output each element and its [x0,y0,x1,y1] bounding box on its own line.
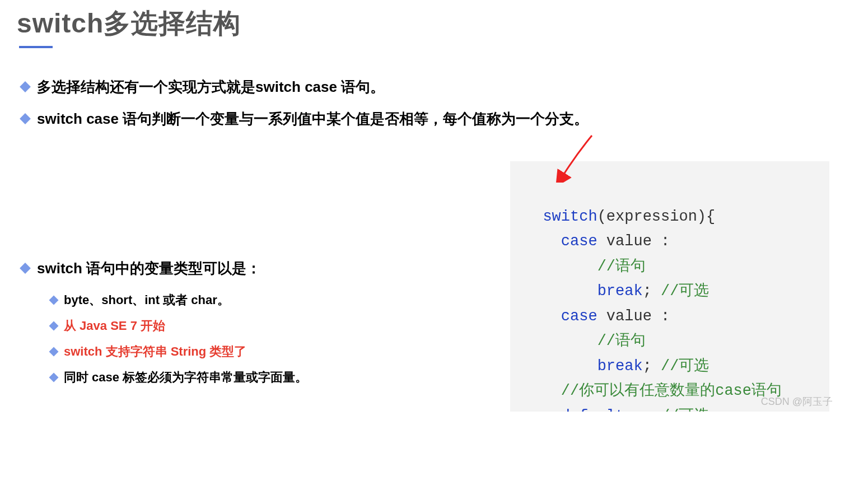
diamond-icon [49,347,59,357]
page-title: switch多选择结构 [17,6,828,41]
sub-bullet-text: 同时 case 标签必须为字符串常量或字面量。 [64,369,307,386]
code-text: value : [597,233,670,250]
code-kw: default [561,408,624,412]
bullet-item-3: switch 语句中的变量类型可以是： [17,258,476,279]
code-kw: case [561,233,597,250]
sub-list: byte、short、int 或者 char。 从 Java SE 7 开始 s… [17,292,476,386]
code-snippet: switch(expression){ case value : //语句 br… [510,161,829,412]
diamond-icon [20,81,31,92]
watermark: CSDN @阿玉子 [761,395,833,408]
bullet-text: switch 语句中的变量类型可以是： [37,258,261,279]
code-comment: //可选 [652,283,709,300]
diamond-icon [49,373,59,382]
bullet-item-2: switch case 语句判断一个变量与一系列值中某个值是否相等，每个值称为一… [17,108,828,130]
diamond-icon [49,321,59,331]
code-kw: case [561,308,597,325]
code-kw: break [597,283,643,300]
code-kw: break [597,358,643,375]
code-text: (expression){ [597,208,716,225]
sub-bullet-1: byte、short、int 或者 char。 [50,292,476,309]
diamond-icon [49,296,59,305]
bullet-item-1: 多选择结构还有一个实现方式就是switch case 语句。 [17,76,828,98]
sub-bullet-text: switch 支持字符串 String 类型了 [64,343,246,360]
code-comment: //语句 [597,258,646,275]
code-text: ; [643,283,652,300]
code-comment: //可选 [652,408,709,412]
sub-bullet-text: byte、short、int 或者 char。 [64,292,230,309]
diamond-icon [20,113,31,124]
title-underline [19,46,53,48]
code-comment: //你可以有任意数量的case语句 [561,382,782,399]
code-kw: switch [543,208,597,225]
diamond-icon [20,263,31,274]
sub-bullet-3: switch 支持字符串 String 类型了 [50,343,476,360]
sub-bullet-text: 从 Java SE 7 开始 [64,318,165,334]
sub-bullet-2: 从 Java SE 7 开始 [50,318,476,334]
code-comment: //语句 [597,333,646,349]
code-text: ; [643,358,652,375]
bullet-text: 多选择结构还有一个实现方式就是switch case 语句。 [37,76,385,98]
code-comment: //可选 [652,358,709,375]
sub-bullet-4: 同时 case 标签必须为字符串常量或字面量。 [50,369,476,386]
code-text: value : [597,308,670,325]
code-text: : [624,408,652,412]
bullet-text: switch case 语句判断一个变量与一系列值中某个值是否相等，每个值称为一… [37,108,589,130]
